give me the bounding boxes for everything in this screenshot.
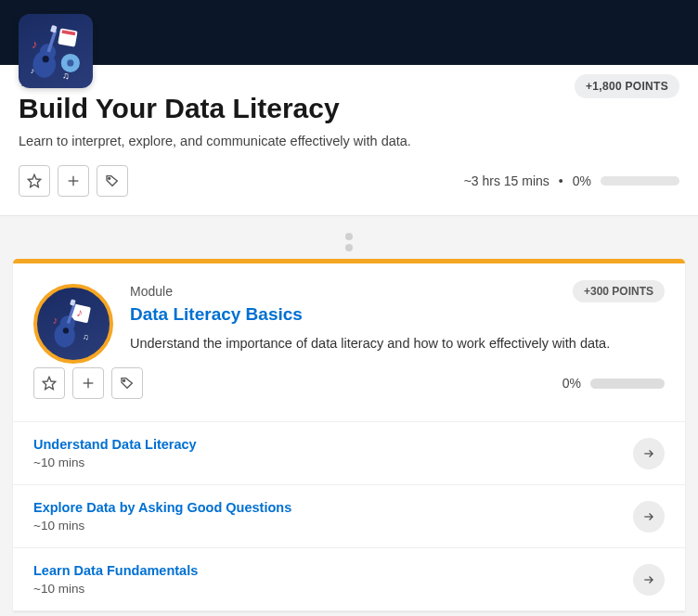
unit-row[interactable]: Learn Data Fundamentals ~10 mins — [13, 548, 685, 611]
add-button[interactable] — [72, 367, 104, 399]
trail-progress: ~3 hrs 15 mins • 0% — [464, 173, 679, 188]
star-icon — [27, 173, 42, 188]
module-percent: 0% — [562, 376, 581, 391]
tag-button[interactable] — [97, 165, 128, 197]
add-button[interactable] — [58, 165, 89, 197]
trail-header: +1,800 POINTS Trail Build Your Data Lite… — [0, 65, 698, 216]
top-bar: ♪ ♫ ♪ — [0, 0, 698, 65]
tag-icon — [120, 376, 135, 391]
trail-points-badge: +1,800 POINTS — [575, 74, 679, 98]
svg-text:♪: ♪ — [53, 314, 58, 326]
svg-point-15 — [109, 177, 110, 179]
tag-icon — [105, 173, 120, 188]
plus-icon — [81, 376, 96, 391]
trail-percent: 0% — [573, 173, 591, 188]
trail-description: Learn to interpret, explore, and communi… — [19, 134, 679, 148]
go-button[interactable] — [633, 564, 665, 596]
module-title-link[interactable]: Data Literacy Basics — [33, 304, 665, 325]
svg-point-28 — [123, 379, 125, 381]
unit-time: ~10 mins — [33, 519, 291, 533]
svg-marker-25 — [43, 377, 55, 389]
module-label: Module — [33, 284, 665, 299]
unit-row[interactable]: Understand Data Literacy ~10 mins — [13, 422, 685, 485]
progress-bar — [601, 176, 679, 186]
guitar-illustration: ♪ ♫ ♪ — [22, 18, 89, 84]
arrow-right-icon — [642, 573, 655, 586]
content-area: +300 POINTS ♪ ♪ ♫ Module Data Literacy B… — [0, 216, 698, 616]
drag-handle-icon — [13, 233, 685, 251]
go-button[interactable] — [633, 501, 665, 533]
module-points-badge: +300 POINTS — [573, 280, 665, 302]
arrow-right-icon — [642, 510, 655, 523]
module-header: +300 POINTS ♪ ♪ ♫ Module Data Literacy B… — [13, 263, 685, 422]
unit-row[interactable]: Explore Data by Asking Good Questions ~1… — [13, 485, 685, 548]
favorite-button[interactable] — [33, 367, 65, 399]
unit-time: ~10 mins — [33, 456, 197, 469]
svg-point-6 — [43, 56, 49, 62]
trail-badge: ♪ ♫ ♪ — [19, 14, 93, 88]
svg-point-1 — [67, 59, 73, 66]
favorite-button[interactable] — [19, 165, 50, 197]
svg-marker-12 — [28, 174, 40, 186]
svg-text:♪: ♪ — [32, 37, 37, 51]
module-card: +300 POINTS ♪ ♪ ♫ Module Data Literacy B… — [13, 259, 685, 611]
go-button[interactable] — [633, 438, 665, 469]
svg-text:♪: ♪ — [31, 66, 34, 75]
plus-icon — [66, 173, 81, 188]
separator: • — [559, 173, 563, 188]
arrow-right-icon — [642, 447, 655, 460]
guitar-illustration: ♪ ♪ ♫ — [45, 295, 102, 353]
unit-title-link[interactable]: Understand Data Literacy — [33, 437, 197, 452]
tag-button[interactable] — [111, 367, 143, 399]
unit-title-link[interactable]: Explore Data by Asking Good Questions — [33, 500, 291, 515]
unit-title-link[interactable]: Learn Data Fundamentals — [33, 563, 198, 578]
trail-title: Build Your Data Literacy — [19, 93, 679, 124]
module-progress: 0% — [562, 376, 665, 391]
trail-time: ~3 hrs 15 mins — [464, 173, 549, 188]
module-description: Understand the importance of data litera… — [33, 336, 665, 351]
svg-text:♫: ♫ — [83, 332, 89, 341]
svg-point-20 — [63, 327, 69, 333]
module-badge: ♪ ♪ ♫ — [33, 284, 113, 364]
progress-bar — [590, 379, 665, 389]
svg-text:♫: ♫ — [62, 71, 70, 81]
unit-time: ~10 mins — [33, 582, 198, 596]
star-icon — [42, 376, 57, 391]
